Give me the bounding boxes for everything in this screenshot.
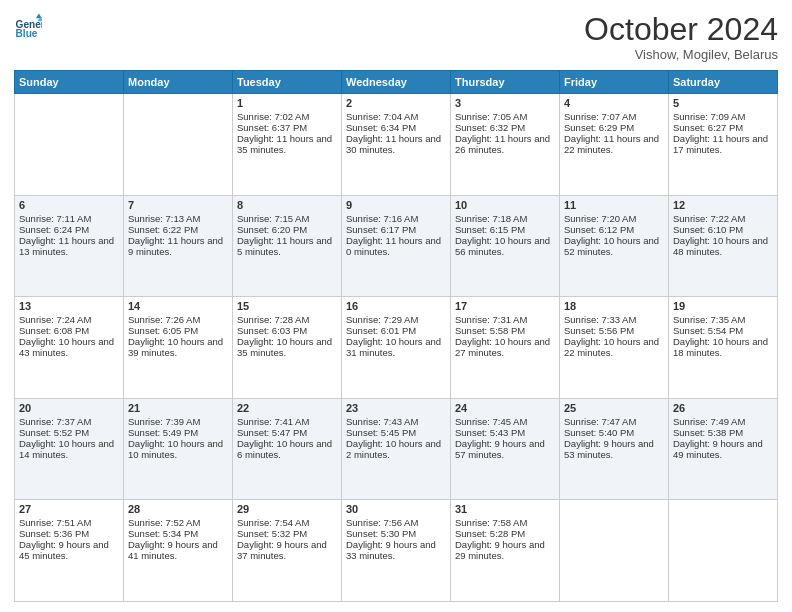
svg-text:Blue: Blue (16, 28, 38, 39)
day-number: 20 (19, 402, 119, 414)
day-number: 21 (128, 402, 228, 414)
table-cell: 21Sunrise: 7:39 AMSunset: 5:49 PMDayligh… (124, 398, 233, 500)
sunset-text: Sunset: 6:27 PM (673, 122, 743, 133)
sunrise-text: Sunrise: 7:47 AM (564, 416, 636, 427)
sunrise-text: Sunrise: 7:20 AM (564, 213, 636, 224)
sunrise-text: Sunrise: 7:04 AM (346, 111, 418, 122)
table-cell: 3Sunrise: 7:05 AMSunset: 6:32 PMDaylight… (451, 94, 560, 196)
col-monday: Monday (124, 71, 233, 94)
col-friday: Friday (560, 71, 669, 94)
sunset-text: Sunset: 5:30 PM (346, 528, 416, 539)
main-title: October 2024 (584, 12, 778, 47)
sunset-text: Sunset: 6:17 PM (346, 224, 416, 235)
daylight-text: Daylight: 11 hours and 13 minutes. (19, 235, 114, 257)
sunrise-text: Sunrise: 7:33 AM (564, 314, 636, 325)
sunrise-text: Sunrise: 7:26 AM (128, 314, 200, 325)
sunset-text: Sunset: 5:52 PM (19, 427, 89, 438)
daylight-text: Daylight: 9 hours and 45 minutes. (19, 539, 109, 561)
table-cell: 30Sunrise: 7:56 AMSunset: 5:30 PMDayligh… (342, 500, 451, 602)
sunset-text: Sunset: 5:58 PM (455, 325, 525, 336)
table-cell: 6Sunrise: 7:11 AMSunset: 6:24 PMDaylight… (15, 195, 124, 297)
daylight-text: Daylight: 9 hours and 53 minutes. (564, 438, 654, 460)
daylight-text: Daylight: 10 hours and 48 minutes. (673, 235, 768, 257)
sunrise-text: Sunrise: 7:54 AM (237, 517, 309, 528)
sunrise-text: Sunrise: 7:51 AM (19, 517, 91, 528)
day-number: 1 (237, 97, 337, 109)
col-tuesday: Tuesday (233, 71, 342, 94)
table-cell: 20Sunrise: 7:37 AMSunset: 5:52 PMDayligh… (15, 398, 124, 500)
daylight-text: Daylight: 10 hours and 10 minutes. (128, 438, 223, 460)
table-cell: 19Sunrise: 7:35 AMSunset: 5:54 PMDayligh… (669, 297, 778, 399)
sunset-text: Sunset: 6:32 PM (455, 122, 525, 133)
day-number: 22 (237, 402, 337, 414)
table-cell: 2Sunrise: 7:04 AMSunset: 6:34 PMDaylight… (342, 94, 451, 196)
daylight-text: Daylight: 11 hours and 9 minutes. (128, 235, 223, 257)
calendar-row: 20Sunrise: 7:37 AMSunset: 5:52 PMDayligh… (15, 398, 778, 500)
sunset-text: Sunset: 5:34 PM (128, 528, 198, 539)
sunrise-text: Sunrise: 7:45 AM (455, 416, 527, 427)
sunrise-text: Sunrise: 7:22 AM (673, 213, 745, 224)
daylight-text: Daylight: 9 hours and 49 minutes. (673, 438, 763, 460)
table-cell: 26Sunrise: 7:49 AMSunset: 5:38 PMDayligh… (669, 398, 778, 500)
daylight-text: Daylight: 9 hours and 29 minutes. (455, 539, 545, 561)
day-number: 31 (455, 503, 555, 515)
sunset-text: Sunset: 5:40 PM (564, 427, 634, 438)
table-cell: 10Sunrise: 7:18 AMSunset: 6:15 PMDayligh… (451, 195, 560, 297)
sunset-text: Sunset: 6:29 PM (564, 122, 634, 133)
daylight-text: Daylight: 11 hours and 17 minutes. (673, 133, 768, 155)
day-number: 6 (19, 199, 119, 211)
sunset-text: Sunset: 5:43 PM (455, 427, 525, 438)
day-number: 23 (346, 402, 446, 414)
subtitle: Vishow, Mogilev, Belarus (584, 47, 778, 62)
daylight-text: Daylight: 10 hours and 2 minutes. (346, 438, 441, 460)
day-number: 16 (346, 300, 446, 312)
table-cell: 13Sunrise: 7:24 AMSunset: 6:08 PMDayligh… (15, 297, 124, 399)
table-cell: 1Sunrise: 7:02 AMSunset: 6:37 PMDaylight… (233, 94, 342, 196)
day-number: 15 (237, 300, 337, 312)
sunrise-text: Sunrise: 7:52 AM (128, 517, 200, 528)
sunset-text: Sunset: 5:36 PM (19, 528, 89, 539)
col-saturday: Saturday (669, 71, 778, 94)
table-cell: 18Sunrise: 7:33 AMSunset: 5:56 PMDayligh… (560, 297, 669, 399)
daylight-text: Daylight: 11 hours and 26 minutes. (455, 133, 550, 155)
calendar-row: 1Sunrise: 7:02 AMSunset: 6:37 PMDaylight… (15, 94, 778, 196)
sunset-text: Sunset: 5:56 PM (564, 325, 634, 336)
day-number: 10 (455, 199, 555, 211)
sunset-text: Sunset: 5:45 PM (346, 427, 416, 438)
day-number: 8 (237, 199, 337, 211)
sunrise-text: Sunrise: 7:29 AM (346, 314, 418, 325)
sunset-text: Sunset: 6:24 PM (19, 224, 89, 235)
day-number: 9 (346, 199, 446, 211)
day-number: 28 (128, 503, 228, 515)
sunrise-text: Sunrise: 7:02 AM (237, 111, 309, 122)
day-number: 18 (564, 300, 664, 312)
table-cell: 25Sunrise: 7:47 AMSunset: 5:40 PMDayligh… (560, 398, 669, 500)
daylight-text: Daylight: 10 hours and 22 minutes. (564, 336, 659, 358)
daylight-text: Daylight: 11 hours and 22 minutes. (564, 133, 659, 155)
logo-icon: General Blue (14, 12, 42, 40)
svg-marker-2 (36, 14, 42, 19)
table-cell: 4Sunrise: 7:07 AMSunset: 6:29 PMDaylight… (560, 94, 669, 196)
daylight-text: Daylight: 9 hours and 33 minutes. (346, 539, 436, 561)
sunset-text: Sunset: 6:22 PM (128, 224, 198, 235)
sunrise-text: Sunrise: 7:11 AM (19, 213, 91, 224)
header-row: Sunday Monday Tuesday Wednesday Thursday… (15, 71, 778, 94)
table-cell (560, 500, 669, 602)
calendar-table: Sunday Monday Tuesday Wednesday Thursday… (14, 70, 778, 602)
table-cell: 28Sunrise: 7:52 AMSunset: 5:34 PMDayligh… (124, 500, 233, 602)
day-number: 24 (455, 402, 555, 414)
daylight-text: Daylight: 11 hours and 30 minutes. (346, 133, 441, 155)
logo: General Blue (14, 12, 42, 40)
daylight-text: Daylight: 9 hours and 37 minutes. (237, 539, 327, 561)
sunrise-text: Sunrise: 7:05 AM (455, 111, 527, 122)
sunrise-text: Sunrise: 7:37 AM (19, 416, 91, 427)
table-cell (124, 94, 233, 196)
table-cell: 9Sunrise: 7:16 AMSunset: 6:17 PMDaylight… (342, 195, 451, 297)
daylight-text: Daylight: 9 hours and 57 minutes. (455, 438, 545, 460)
sunrise-text: Sunrise: 7:18 AM (455, 213, 527, 224)
table-cell: 8Sunrise: 7:15 AMSunset: 6:20 PMDaylight… (233, 195, 342, 297)
col-sunday: Sunday (15, 71, 124, 94)
table-cell: 7Sunrise: 7:13 AMSunset: 6:22 PMDaylight… (124, 195, 233, 297)
daylight-text: Daylight: 10 hours and 56 minutes. (455, 235, 550, 257)
sunset-text: Sunset: 5:28 PM (455, 528, 525, 539)
